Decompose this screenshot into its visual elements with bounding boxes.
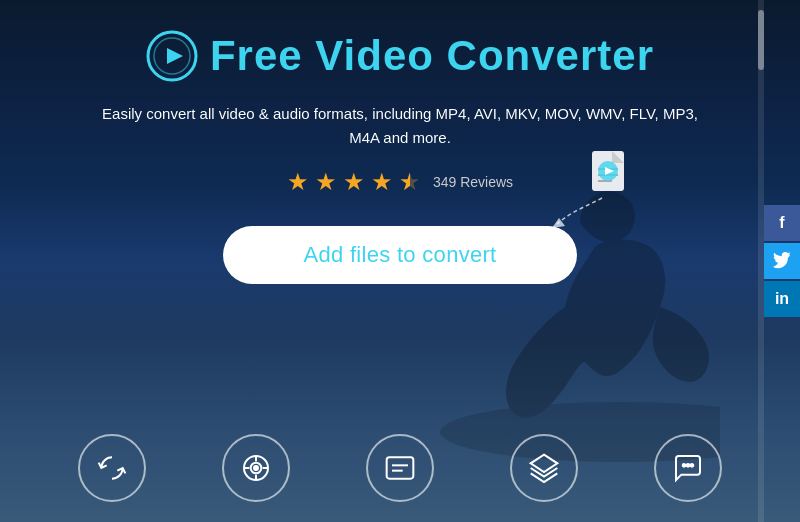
bottom-icons-bar	[0, 434, 800, 502]
svg-marker-3	[167, 48, 183, 64]
layers-icon-button[interactable]	[510, 434, 578, 502]
add-files-button[interactable]: Add files to convert	[223, 226, 576, 284]
scrollbar[interactable]	[758, 0, 764, 522]
svg-rect-19	[387, 457, 414, 478]
social-sidebar: f in	[764, 205, 800, 317]
scrollbar-thumb[interactable]	[758, 10, 764, 70]
drop-area-wrapper: Add files to convert	[223, 226, 576, 284]
file-upload-decoration	[537, 146, 637, 246]
linkedin-button[interactable]: in	[764, 281, 800, 317]
app-subtitle: Easily convert all video & audio formats…	[100, 102, 700, 150]
subtitles-icon-button[interactable]	[366, 434, 434, 502]
chat-icon	[672, 452, 704, 484]
star-1: ★	[287, 168, 309, 196]
svg-point-25	[687, 464, 690, 467]
convert-icon-button[interactable]	[78, 434, 146, 502]
svg-point-14	[254, 466, 258, 470]
star-3: ★	[343, 168, 365, 196]
facebook-button[interactable]: f	[764, 205, 800, 241]
svg-point-26	[691, 464, 694, 467]
video-icon	[240, 452, 272, 484]
logo-area: Free Video Converter	[146, 30, 654, 82]
app-title: Free Video Converter	[210, 32, 654, 80]
svg-point-24	[683, 464, 686, 467]
twitter-button[interactable]	[764, 243, 800, 279]
layers-icon	[528, 452, 560, 484]
video-icon-button[interactable]	[222, 434, 290, 502]
star-4: ★	[371, 168, 393, 196]
app-logo-icon	[146, 30, 198, 82]
svg-marker-23	[531, 455, 558, 472]
reviews-count: 349 Reviews	[433, 174, 513, 190]
subtitles-icon	[384, 452, 416, 484]
convert-icon	[96, 452, 128, 484]
stars-area: ★ ★ ★ ★ ★ ★ 349 Reviews	[287, 168, 513, 196]
chat-icon-button[interactable]	[654, 434, 722, 502]
star-5-half: ★ ★	[399, 168, 421, 196]
star-2: ★	[315, 168, 337, 196]
